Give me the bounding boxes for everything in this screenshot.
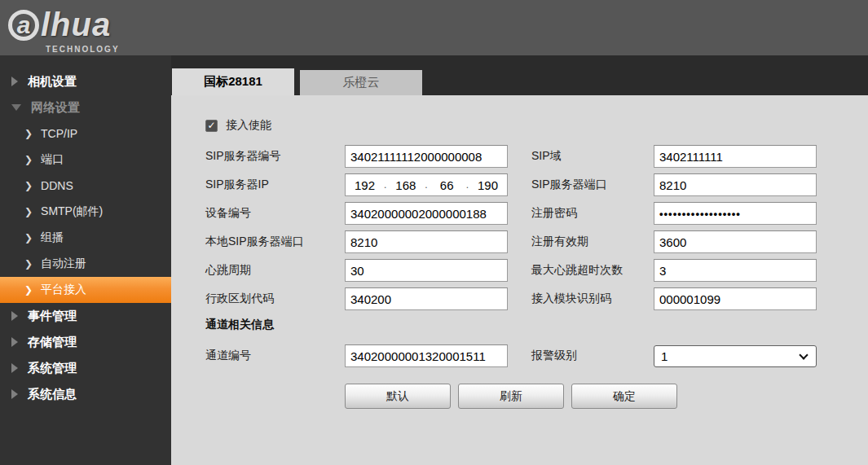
sip-domain-label: SIP域	[531, 149, 654, 164]
chevron-right-icon: ❯	[24, 181, 33, 191]
channel-info-section-header: 通道相关信息	[205, 316, 868, 332]
tab-lechengyun[interactable]: 乐橙云	[300, 70, 422, 95]
enable-row: ✓ 接入使能	[205, 117, 868, 134]
sidebar-item-multicast[interactable]: ❯ 组播	[0, 225, 171, 251]
sidebar-nav: 相机设置 网络设置 ❯ TCP/IP ❯ 端口 ❯ DDNS ❯ SMTP(邮件…	[0, 55, 171, 465]
channel-id-input[interactable]	[345, 344, 508, 367]
sip-server-id-input[interactable]	[345, 145, 508, 168]
sidebar-item-storage-management[interactable]: 存储管理	[0, 329, 171, 355]
ip-octet-4[interactable]: 190	[469, 178, 507, 192]
sidebar-item-network-settings[interactable]: 网络设置	[0, 94, 171, 121]
device-id-input[interactable]	[345, 202, 508, 225]
confirm-button[interactable]: 确定	[571, 384, 677, 409]
sip-server-ip-label: SIP服务器IP	[205, 178, 345, 192]
device-id-label: 设备编号	[205, 206, 345, 221]
sidebar-item-event-management[interactable]: 事件管理	[0, 303, 171, 329]
triangle-right-icon	[11, 363, 18, 373]
form-row: SIP服务器编号 SIP域	[205, 145, 868, 168]
chevron-down-icon	[799, 350, 808, 359]
max-heartbeat-timeout-label: 最大心跳超时次数	[531, 263, 654, 278]
access-module-id-input[interactable]	[654, 287, 817, 310]
register-validity-input[interactable]	[654, 230, 817, 253]
local-sip-server-port-label: 本地SIP服务器端口	[205, 235, 345, 249]
triangle-down-icon	[11, 104, 21, 111]
enable-label: 接入使能	[226, 118, 271, 133]
form-row: 行政区划代码 接入模块识别码	[205, 287, 868, 310]
sip-server-id-label: SIP服务器编号	[205, 149, 345, 164]
dahua-web-app: a lhua TECHNOLOGY 相机设置 网络设置 ❯ TCP/IP ❯ 端…	[0, 0, 868, 465]
triangle-right-icon	[11, 389, 18, 399]
max-heartbeat-timeout-input[interactable]	[654, 259, 817, 282]
chevron-right-icon: ❯	[24, 155, 33, 165]
platform-access-form: ✓ 接入使能 SIP服务器编号 SIP域 SIP服务器IP 192 . 168 …	[171, 95, 868, 465]
triangle-right-icon	[11, 311, 18, 321]
register-password-input[interactable]	[654, 202, 817, 225]
sidebar-item-port[interactable]: ❯ 端口	[0, 147, 171, 173]
chevron-right-icon: ❯	[24, 259, 33, 269]
heartbeat-period-label: 心跳周期	[205, 263, 345, 278]
logo-a-circle-icon: a	[8, 10, 39, 41]
enable-checkbox[interactable]: ✓	[205, 120, 218, 132]
alarm-level-label: 报警级别	[531, 349, 654, 363]
form-row: 通道编号 报警级别 1	[205, 344, 868, 367]
local-sip-server-port-input[interactable]	[345, 230, 508, 253]
ip-octet-3[interactable]: 66	[428, 178, 466, 192]
chevron-right-icon: ❯	[24, 207, 33, 217]
sidebar-item-system-info[interactable]: 系统信息	[0, 381, 171, 407]
app-header: a lhua TECHNOLOGY	[0, 0, 868, 55]
form-row: 设备编号 注册密码	[205, 202, 868, 225]
sip-server-port-label: SIP服务器端口	[531, 178, 654, 192]
access-module-id-label: 接入模块识别码	[531, 292, 654, 306]
logo-text: lhua	[41, 7, 111, 43]
sidebar-item-camera-settings[interactable]: 相机设置	[0, 68, 171, 94]
button-row: 默认 刷新 确定	[345, 384, 868, 409]
ip-octet-1[interactable]: 192	[346, 178, 384, 192]
heartbeat-period-input[interactable]	[345, 259, 508, 282]
register-password-label: 注册密码	[531, 206, 654, 221]
ip-octet-2[interactable]: 168	[386, 178, 425, 192]
admin-division-code-input[interactable]	[345, 287, 508, 310]
sip-domain-input[interactable]	[654, 145, 817, 168]
sip-server-ip-input[interactable]: 192 . 168 . 66 . 190	[345, 173, 508, 196]
admin-division-code-label: 行政区划代码	[205, 292, 345, 306]
sidebar-item-ddns[interactable]: ❯ DDNS	[0, 173, 171, 199]
form-row: 心跳周期 最大心跳超时次数	[205, 259, 868, 282]
form-row: SIP服务器IP 192 . 168 . 66 . 190 SIP服务器端口	[205, 173, 868, 196]
sidebar-item-auto-register[interactable]: ❯ 自动注册	[0, 251, 171, 277]
tab-bar: 国标28181 乐橙云	[171, 55, 868, 95]
chevron-right-icon: ❯	[24, 129, 33, 138]
sidebar-item-smtp[interactable]: ❯ SMTP(邮件)	[0, 199, 171, 225]
sidebar-item-tcpip[interactable]: ❯ TCP/IP	[0, 121, 171, 147]
tab-gb28181[interactable]: 国标28181	[172, 68, 294, 95]
sidebar-item-platform-access[interactable]: ❯ 平台接入	[0, 277, 171, 303]
triangle-right-icon	[11, 337, 18, 347]
register-validity-label: 注册有效期	[531, 235, 654, 249]
channel-id-label: 通道编号	[205, 349, 345, 363]
chevron-right-icon: ❯	[24, 285, 33, 295]
refresh-button[interactable]: 刷新	[458, 384, 564, 409]
checkmark-icon: ✓	[207, 121, 215, 130]
form-row: 本地SIP服务器端口 注册有效期	[205, 230, 868, 253]
alarm-level-select[interactable]: 1	[654, 345, 817, 367]
default-button[interactable]: 默认	[345, 384, 451, 409]
chevron-right-icon: ❯	[24, 233, 33, 243]
sidebar-item-system-management[interactable]: 系统管理	[0, 355, 171, 381]
dahua-logo: a lhua TECHNOLOGY	[8, 7, 120, 54]
logo-subtitle: TECHNOLOGY	[46, 45, 120, 54]
triangle-right-icon	[11, 77, 18, 86]
alarm-level-value: 1	[661, 349, 668, 363]
sip-server-port-input[interactable]	[654, 173, 817, 196]
